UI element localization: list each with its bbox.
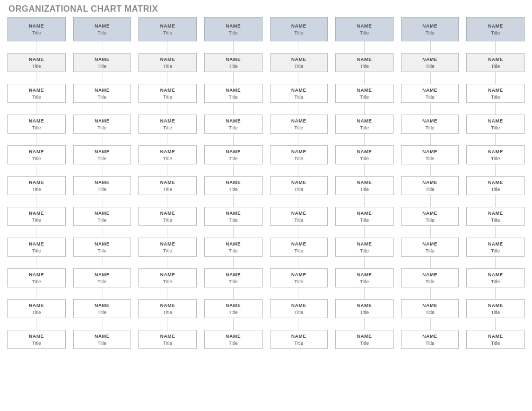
org-cell: NAMETitle	[335, 268, 394, 287]
person-name: NAME	[468, 23, 523, 29]
org-column: NAMETitleNAMETitleNAMETitleNAMETitleNAME…	[73, 17, 132, 349]
person-name: NAME	[140, 241, 195, 247]
person-title: Title	[140, 187, 195, 192]
person-title: Title	[337, 217, 392, 223]
org-cell: NAMETitle	[335, 145, 394, 164]
person-name: NAME	[75, 180, 130, 185]
person-title: Title	[9, 217, 64, 223]
person-title: Title	[468, 94, 523, 100]
org-cell: NAMETitle	[401, 84, 459, 103]
person-name: NAME	[468, 149, 523, 154]
person-name: NAME	[403, 334, 458, 339]
person-name: NAME	[403, 303, 458, 308]
person-title: Title	[75, 156, 130, 161]
org-cell: NAMETitle	[466, 53, 525, 72]
person-title: Title	[272, 156, 327, 161]
org-cell: NAMETitle	[204, 238, 263, 257]
person-name: NAME	[140, 88, 195, 93]
org-column: NAMETitleNAMETitleNAMETitleNAMETitleNAME…	[204, 17, 263, 349]
person-title: Title	[206, 94, 261, 100]
person-title: Title	[272, 217, 327, 223]
org-cell: NAMETitle	[7, 330, 66, 349]
person-title: Title	[337, 156, 392, 161]
org-cell: NAMETitle	[7, 268, 66, 287]
person-title: Title	[75, 125, 130, 130]
person-name: NAME	[337, 118, 392, 124]
person-title: Title	[272, 30, 327, 36]
person-title: Title	[468, 340, 523, 346]
org-column: NAMETitleNAMETitleNAMETitleNAMETitleNAME…	[138, 17, 197, 349]
person-name: NAME	[9, 57, 64, 62]
person-title: Title	[272, 94, 327, 100]
org-cell: NAMETitle	[138, 238, 197, 257]
person-title: Title	[140, 30, 195, 36]
org-cell: NAMETitle	[138, 53, 197, 72]
person-title: Title	[403, 125, 458, 130]
org-cell: NAMETitle	[270, 176, 328, 195]
person-name: NAME	[337, 272, 392, 277]
org-cell: NAMETitle	[335, 17, 394, 41]
person-name: NAME	[9, 303, 64, 308]
person-name: NAME	[468, 57, 523, 62]
org-cell: NAMETitle	[401, 207, 459, 226]
person-name: NAME	[140, 23, 195, 29]
person-title: Title	[468, 187, 523, 192]
org-cell: NAMETitle	[270, 238, 328, 257]
person-title: Title	[206, 279, 261, 284]
person-name: NAME	[140, 272, 195, 277]
person-title: Title	[75, 94, 130, 100]
person-name: NAME	[206, 303, 261, 308]
person-name: NAME	[272, 272, 327, 277]
person-name: NAME	[206, 211, 261, 216]
person-name: NAME	[468, 241, 523, 247]
org-cell: NAMETitle	[7, 145, 66, 164]
person-name: NAME	[9, 118, 64, 124]
person-name: NAME	[468, 88, 523, 93]
person-name: NAME	[75, 149, 130, 154]
person-name: NAME	[468, 334, 523, 339]
person-title: Title	[9, 248, 64, 253]
org-cell: NAMETitle	[7, 115, 66, 134]
org-column: NAMETitleNAMETitleNAMETitleNAMETitleNAME…	[466, 17, 525, 349]
org-cell: NAMETitle	[335, 207, 394, 226]
person-name: NAME	[337, 241, 392, 247]
org-cell: NAMETitle	[466, 299, 525, 318]
person-name: NAME	[9, 149, 64, 154]
person-name: NAME	[272, 23, 327, 29]
org-cell: NAMETitle	[270, 299, 328, 318]
person-title: Title	[403, 217, 458, 223]
org-cell: NAMETitle	[73, 268, 132, 287]
person-name: NAME	[75, 88, 130, 93]
org-cell: NAMETitle	[204, 84, 263, 103]
person-name: NAME	[272, 303, 327, 308]
person-title: Title	[337, 64, 392, 69]
org-cell: NAMETitle	[270, 53, 328, 72]
person-title: Title	[9, 125, 64, 130]
person-title: Title	[337, 125, 392, 130]
person-title: Title	[403, 248, 458, 253]
person-name: NAME	[272, 88, 327, 93]
person-name: NAME	[140, 334, 195, 339]
person-name: NAME	[403, 241, 458, 247]
person-name: NAME	[206, 241, 261, 247]
org-cell: NAMETitle	[73, 299, 132, 318]
person-name: NAME	[403, 211, 458, 216]
person-name: NAME	[206, 118, 261, 124]
person-title: Title	[9, 310, 64, 315]
person-title: Title	[468, 64, 523, 69]
person-title: Title	[468, 248, 523, 253]
person-title: Title	[403, 94, 458, 100]
person-name: NAME	[140, 211, 195, 216]
person-title: Title	[75, 64, 130, 69]
person-name: NAME	[272, 211, 327, 216]
org-cell: NAMETitle	[335, 330, 394, 349]
org-cell: NAMETitle	[138, 115, 197, 134]
person-title: Title	[140, 125, 195, 130]
org-cell: NAMETitle	[138, 176, 197, 195]
person-title: Title	[9, 30, 64, 36]
person-name: NAME	[337, 23, 392, 29]
person-name: NAME	[272, 57, 327, 62]
org-cell: NAMETitle	[7, 299, 66, 318]
org-cell: NAMETitle	[7, 176, 66, 195]
person-name: NAME	[468, 211, 523, 216]
